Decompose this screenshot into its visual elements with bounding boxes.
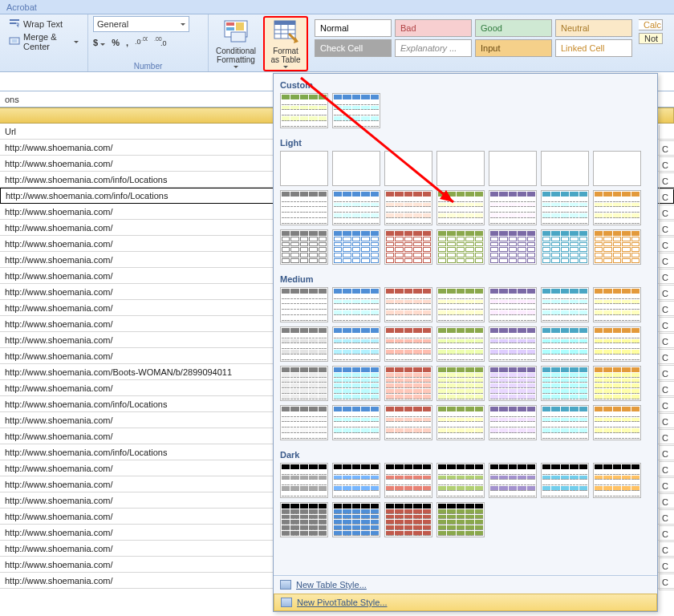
- table-style-thumb[interactable]: [541, 326, 589, 362]
- table-style-thumb[interactable]: [489, 229, 537, 265]
- table-style-thumb[interactable]: [489, 190, 537, 225]
- table-style-thumb[interactable]: [280, 151, 328, 186]
- style-note[interactable]: Not: [639, 33, 663, 44]
- table-style-thumb[interactable]: [541, 151, 589, 186]
- table-style-thumb[interactable]: [332, 93, 380, 128]
- table-style-thumb[interactable]: [384, 190, 432, 225]
- comma-button[interactable]: ,: [126, 38, 128, 47]
- style-input[interactable]: Input: [475, 39, 552, 57]
- table-style-thumb[interactable]: [436, 502, 485, 537]
- table-style-thumb[interactable]: [384, 229, 432, 265]
- next-col-cell: C: [659, 302, 674, 318]
- table-style-thumb[interactable]: [593, 463, 641, 498]
- new-table-style-button[interactable]: New Table Style...: [274, 576, 657, 594]
- table-style-thumb[interactable]: [280, 463, 328, 498]
- table-style-thumb[interactable]: [489, 405, 537, 440]
- merge-center-button[interactable]: Merge & Center: [5, 34, 83, 50]
- table-style-thumb[interactable]: [332, 190, 380, 225]
- table-style-thumb[interactable]: [384, 326, 432, 362]
- gallery-section-medium: Medium: [275, 271, 656, 286]
- table-style-thumb[interactable]: [332, 229, 380, 265]
- merge-center-label: Merge & Center: [23, 32, 71, 51]
- table-style-thumb[interactable]: [436, 151, 485, 186]
- percent-button[interactable]: %: [112, 38, 120, 47]
- table-style-thumb[interactable]: [280, 190, 328, 225]
- chevron-down-icon: [100, 43, 105, 46]
- style-good[interactable]: Good: [475, 19, 552, 37]
- format-as-table-button[interactable]: Format as Table: [263, 16, 308, 71]
- table-style-thumb[interactable]: [593, 366, 641, 401]
- table-style-thumb[interactable]: [489, 463, 537, 498]
- style-calculation[interactable]: Calc: [639, 19, 663, 30]
- table-style-thumb[interactable]: [541, 287, 589, 322]
- table-style-thumb[interactable]: [280, 93, 328, 128]
- style-neutral[interactable]: Neutral: [555, 19, 632, 37]
- table-style-thumb[interactable]: [332, 151, 380, 186]
- gallery-scroll-area[interactable]: CustomLightMediumDark: [274, 74, 657, 575]
- table-style-thumb[interactable]: [436, 405, 485, 440]
- next-col-cell: C: [659, 366, 674, 382]
- table-style-thumb[interactable]: [436, 287, 485, 322]
- table-style-thumb[interactable]: [332, 463, 380, 498]
- svg-rect-0: [10, 19, 19, 21]
- table-style-thumb[interactable]: [384, 502, 432, 537]
- style-check-cell[interactable]: Check Cell: [315, 39, 392, 57]
- table-style-thumb[interactable]: [436, 366, 485, 401]
- next-col-cell: C: [659, 478, 674, 494]
- table-style-thumb[interactable]: [489, 326, 537, 362]
- table-style-thumb[interactable]: [593, 326, 641, 362]
- table-style-thumb[interactable]: [593, 287, 641, 322]
- table-style-thumb[interactable]: [541, 190, 589, 225]
- table-style-thumb[interactable]: [384, 366, 432, 401]
- wrap-text-button[interactable]: Wrap Text: [5, 16, 83, 32]
- table-style-thumb[interactable]: [332, 405, 380, 440]
- table-style-thumb[interactable]: [489, 287, 537, 322]
- chevron-down-icon: [74, 41, 79, 43]
- table-style-thumb[interactable]: [436, 326, 485, 362]
- style-explanatory[interactable]: Explanatory ...: [395, 39, 472, 57]
- table-style-thumb[interactable]: [541, 463, 589, 498]
- table-style-thumb[interactable]: [332, 326, 380, 362]
- conditional-formatting-button[interactable]: Conditional Formatting: [213, 16, 258, 71]
- table-style-thumb[interactable]: [489, 366, 537, 401]
- table-style-thumb[interactable]: [436, 229, 485, 265]
- style-linked-cell[interactable]: Linked Cell: [555, 39, 632, 57]
- table-style-thumb[interactable]: [384, 151, 432, 186]
- table-style-thumb[interactable]: [593, 405, 641, 440]
- table-style-thumb[interactable]: [280, 229, 328, 265]
- decrease-decimal-button[interactable]: .00.0: [154, 37, 167, 48]
- table-style-thumb[interactable]: [541, 405, 589, 440]
- table-style-thumb[interactable]: [593, 151, 641, 186]
- table-style-thumb[interactable]: [541, 366, 589, 401]
- table-style-thumb[interactable]: [280, 287, 328, 322]
- table-style-thumb[interactable]: [436, 190, 485, 225]
- table-style-thumb[interactable]: [489, 151, 537, 186]
- style-normal[interactable]: Normal: [315, 19, 392, 37]
- gallery-section-light: Light: [275, 135, 656, 149]
- new-pivottable-style-button[interactable]: New PivotTable Style...: [274, 594, 657, 611]
- table-style-thumb[interactable]: [280, 405, 328, 440]
- svg-rect-12: [231, 32, 246, 42]
- table-style-thumb[interactable]: [436, 463, 485, 498]
- table-style-thumb[interactable]: [332, 502, 380, 537]
- increase-decimal-button[interactable]: .0.00: [135, 37, 148, 48]
- table-style-thumb[interactable]: [593, 229, 641, 265]
- table-style-thumb[interactable]: [384, 463, 432, 498]
- table-style-thumb[interactable]: [280, 366, 328, 401]
- table-style-thumb[interactable]: [332, 366, 380, 401]
- table-style-thumb[interactable]: [541, 229, 589, 265]
- next-col-cell: [659, 125, 674, 141]
- table-style-thumb[interactable]: [384, 405, 432, 440]
- table-style-thumb[interactable]: [280, 502, 328, 537]
- next-col-cell: C: [659, 494, 674, 510]
- table-style-thumb[interactable]: [332, 287, 380, 322]
- number-format-select[interactable]: General: [93, 16, 189, 32]
- currency-button[interactable]: $: [93, 38, 105, 47]
- table-style-thumb[interactable]: [280, 326, 328, 362]
- table-style-thumb[interactable]: [593, 190, 641, 225]
- style-bad[interactable]: Bad: [395, 19, 472, 37]
- cell-styles-gallery[interactable]: Normal Bad Good Neutral Check Cell Expla…: [313, 16, 634, 71]
- next-col-cell: C: [659, 510, 674, 526]
- table-style-thumb[interactable]: [384, 287, 432, 322]
- svg-rect-14: [274, 21, 295, 25]
